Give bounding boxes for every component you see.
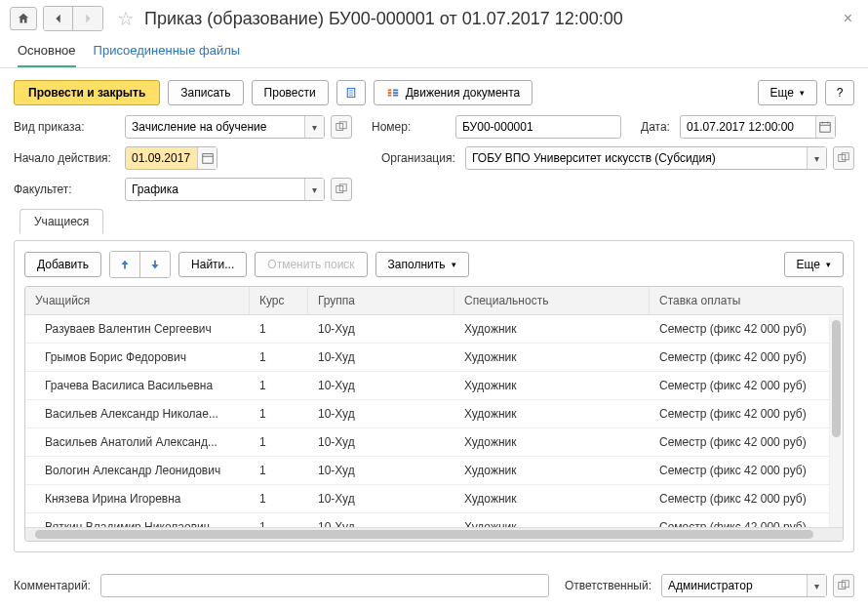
responsible-open-button[interactable] bbox=[833, 574, 854, 597]
number-input[interactable] bbox=[456, 116, 620, 138]
comment-label: Комментарий: bbox=[14, 579, 95, 592]
cell-rate: Семестр (фикс 42 000 руб) bbox=[650, 372, 843, 399]
report-button[interactable] bbox=[336, 80, 366, 105]
add-row-button[interactable]: Добавить bbox=[24, 252, 101, 277]
col-speciality[interactable]: Специальность bbox=[454, 287, 650, 314]
home-button[interactable] bbox=[10, 7, 37, 30]
close-button[interactable]: × bbox=[838, 10, 858, 27]
table-row[interactable]: Вяткин Владимир Николаевич110-ХудХудожни… bbox=[25, 513, 843, 527]
date-input[interactable] bbox=[681, 116, 815, 138]
post-and-close-button[interactable]: Провести и закрыть bbox=[14, 80, 160, 105]
open-ref-button[interactable] bbox=[331, 115, 352, 139]
table-row[interactable]: Вологин Александр Леонидович110-ХудХудож… bbox=[25, 457, 843, 485]
cell-kurs: 1 bbox=[250, 400, 308, 427]
more-button[interactable]: Еще ▾ bbox=[758, 80, 817, 105]
responsible-label: Ответственный: bbox=[565, 579, 655, 592]
chevron-down-icon: ▾ bbox=[452, 260, 456, 269]
cell-speciality: Художник bbox=[454, 372, 650, 399]
arrow-left-icon bbox=[52, 12, 65, 25]
arrow-down-icon bbox=[148, 258, 162, 271]
cell-kurs: 1 bbox=[250, 428, 308, 456]
cell-speciality: Художник bbox=[454, 457, 650, 484]
start-calendar-button[interactable] bbox=[197, 147, 217, 169]
forward-button[interactable] bbox=[73, 7, 102, 30]
col-student[interactable]: Учащийся bbox=[25, 287, 250, 314]
cell-speciality: Художник bbox=[454, 315, 650, 343]
table-row[interactable]: Князева Ирина Игоревна110-ХудХудожникСем… bbox=[25, 485, 843, 513]
cell-kurs: 1 bbox=[250, 457, 308, 484]
faculty-dropdown-button[interactable]: ▾ bbox=[304, 179, 324, 200]
org-open-button[interactable] bbox=[833, 146, 854, 170]
order-type-input[interactable] bbox=[126, 116, 304, 138]
move-up-button[interactable] bbox=[110, 252, 140, 277]
cell-student: Вяткин Владимир Николаевич bbox=[25, 513, 250, 527]
cell-rate: Семестр (фикс 42 000 руб) bbox=[650, 315, 843, 343]
document-movements-button[interactable]: Движения документа bbox=[374, 80, 533, 105]
cell-rate: Семестр (фикс 42 000 руб) bbox=[650, 344, 843, 371]
external-link-icon bbox=[837, 151, 850, 165]
number-label: Номер: bbox=[372, 120, 450, 134]
col-rate[interactable]: Ставка оплаты bbox=[650, 287, 843, 314]
cell-kurs: 1 bbox=[250, 344, 308, 371]
svg-rect-6 bbox=[820, 123, 831, 133]
students-table: Учащийся Курс Группа Специальность Ставк… bbox=[24, 286, 844, 542]
cell-group: 10-Худ bbox=[308, 400, 454, 427]
home-icon bbox=[17, 12, 30, 25]
help-button[interactable]: ? bbox=[825, 80, 854, 105]
cell-kurs: 1 bbox=[250, 372, 308, 399]
tab-attached-files[interactable]: Присоединенные файлы bbox=[94, 37, 241, 67]
cell-group: 10-Худ bbox=[308, 372, 454, 399]
scrollbar-thumb[interactable] bbox=[832, 320, 841, 437]
cell-group: 10-Худ bbox=[308, 428, 454, 456]
document-icon bbox=[345, 86, 357, 100]
table-more-button[interactable]: Еще ▾ bbox=[784, 252, 844, 277]
cell-group: 10-Худ bbox=[308, 485, 454, 512]
movements-icon bbox=[386, 86, 400, 100]
tab-main[interactable]: Основное bbox=[18, 37, 76, 67]
tab-students[interactable]: Учащиеся bbox=[20, 209, 103, 234]
cell-student: Князева Ирина Игоревна bbox=[25, 485, 250, 512]
cell-kurs: 1 bbox=[250, 485, 308, 512]
favorite-icon[interactable]: ☆ bbox=[117, 7, 135, 30]
external-link-icon bbox=[837, 579, 850, 592]
scrollbar-thumb[interactable] bbox=[35, 530, 813, 539]
vertical-scrollbar[interactable] bbox=[829, 316, 843, 527]
cell-rate: Семестр (фикс 42 000 руб) bbox=[650, 513, 843, 527]
calendar-button[interactable] bbox=[815, 116, 835, 138]
external-link-icon bbox=[335, 183, 348, 196]
table-row[interactable]: Васильев Александр Николае...110-ХудХудо… bbox=[25, 400, 843, 428]
org-dropdown-button[interactable]: ▾ bbox=[807, 147, 826, 169]
fill-button[interactable]: Заполнить ▾ bbox=[375, 252, 469, 277]
org-input[interactable] bbox=[466, 147, 807, 169]
movements-label: Движения документа bbox=[406, 86, 521, 100]
cell-rate: Семестр (фикс 42 000 руб) bbox=[650, 457, 843, 484]
responsible-input[interactable] bbox=[662, 575, 807, 596]
comment-input[interactable] bbox=[101, 575, 548, 596]
table-row[interactable]: Грачева Василиса Васильевна110-ХудХудожн… bbox=[25, 372, 843, 400]
cell-group: 10-Худ bbox=[308, 513, 454, 527]
start-date-input[interactable] bbox=[126, 147, 197, 169]
cell-student: Вологин Александр Леонидович bbox=[25, 457, 250, 484]
move-down-button[interactable] bbox=[140, 252, 170, 277]
dropdown-button[interactable]: ▾ bbox=[304, 116, 324, 138]
back-button[interactable] bbox=[44, 7, 73, 30]
responsible-dropdown-button[interactable]: ▾ bbox=[807, 575, 826, 596]
post-button[interactable]: Провести bbox=[252, 80, 329, 105]
horizontal-scrollbar[interactable] bbox=[25, 527, 843, 541]
cell-student: Васильев Александр Николае... bbox=[25, 400, 250, 427]
cell-speciality: Художник bbox=[454, 513, 650, 527]
col-kurs[interactable]: Курс bbox=[250, 287, 308, 314]
cell-rate: Семестр (фикс 42 000 руб) bbox=[650, 485, 843, 512]
save-button[interactable]: Записать bbox=[168, 80, 243, 105]
arrow-up-icon bbox=[118, 258, 132, 271]
col-group[interactable]: Группа bbox=[308, 287, 454, 314]
cell-student: Разуваев Валентин Сергеевич bbox=[25, 315, 250, 343]
find-button[interactable]: Найти... bbox=[178, 252, 247, 277]
faculty-input[interactable] bbox=[126, 179, 304, 200]
table-row[interactable]: Грымов Борис Федорович110-ХудХудожникСем… bbox=[25, 344, 843, 372]
table-row[interactable]: Разуваев Валентин Сергеевич110-ХудХудожн… bbox=[25, 315, 843, 344]
table-row[interactable]: Васильев Анатолий Александ...110-ХудХудо… bbox=[25, 428, 843, 457]
svg-rect-10 bbox=[202, 154, 213, 164]
faculty-open-button[interactable] bbox=[331, 178, 352, 201]
cell-kurs: 1 bbox=[250, 315, 308, 343]
